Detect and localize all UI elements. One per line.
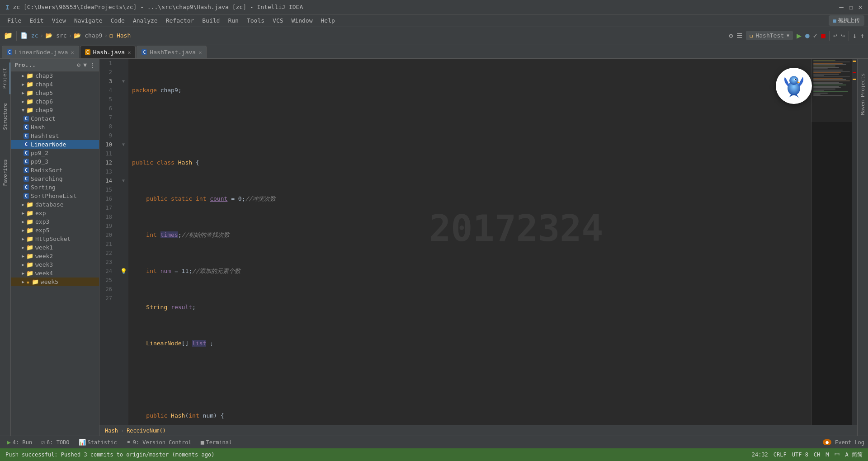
event-log-label[interactable]: Event Log — [835, 439, 864, 446]
code-editor[interactable]: 1 2 3 4 5 6 7 8 9 10 11 12 13 14 15 16 1 — [99, 59, 857, 425]
tree-item-chap9[interactable]: ▼ 📁 chap9 — [11, 106, 99, 114]
tab-statistic[interactable]: 📊 Statistic — [75, 438, 121, 447]
menu-window[interactable]: Window — [288, 16, 316, 25]
tree-item-chap5[interactable]: ▶ 📁 chap5 — [11, 89, 99, 97]
favorites-vertical-tab[interactable]: Favorites — [0, 154, 10, 192]
menu-run[interactable]: Run — [224, 16, 242, 25]
debug-button[interactable]: ● — [805, 31, 810, 40]
tab-version-control-label: 9: Version Control — [133, 439, 192, 446]
toolbar-icon-1[interactable]: ⚙ — [729, 32, 733, 40]
left-icon-panel: Project Structure Favorites — [0, 59, 11, 436]
class-icon-radixsort: C — [24, 167, 29, 173]
tree-label-chap6: chap6 — [35, 98, 53, 105]
sidebar-icon-3[interactable]: ⋮ — [90, 61, 95, 68]
tree-item-pp9-3[interactable]: C pp9_3 — [11, 157, 99, 166]
tree-item-contact[interactable]: C Contact — [11, 114, 99, 123]
tree-label-chap9: chap9 — [35, 107, 53, 113]
breadcrumb-zc[interactable]: 📄 zc — [20, 32, 38, 39]
tree-item-chap3[interactable]: ▶ 📁 chap3 — [11, 71, 99, 80]
breadcrumb-method[interactable]: ReceiveNum() — [127, 428, 166, 434]
tree-item-searching[interactable]: C Searching — [11, 174, 99, 183]
tree-item-linearnode[interactable]: C LinearNode — [11, 140, 99, 149]
menu-navigate[interactable]: Navigate — [71, 16, 106, 25]
tree-item-week1[interactable]: ▶ 📁 week1 — [11, 243, 99, 252]
menu-edit[interactable]: Edit — [26, 16, 47, 25]
code-line-5: int times;//初始的查找次数 — [132, 230, 807, 240]
tab-hashtest-close[interactable]: ✕ — [198, 49, 202, 56]
breadcrumb-class[interactable]: Hash — [105, 428, 118, 434]
tab-linearnode[interactable]: C LinearNode.java ✕ — [2, 46, 79, 58]
status-encoding[interactable]: UTF-8 — [792, 452, 808, 458]
structure-vertical-tab[interactable]: Structure — [0, 98, 10, 136]
maximize-button[interactable]: ☐ — [849, 4, 853, 11]
tab-todo[interactable]: ☑ 6: TODO — [38, 438, 73, 447]
bulb-icon[interactable]: 💡 — [120, 268, 127, 274]
run-button[interactable]: ▶ — [797, 31, 802, 40]
folder-arrow-chap4: ▶ — [22, 82, 24, 87]
tree-label-pp9-2: pp9_2 — [31, 150, 48, 156]
menu-help[interactable]: Help — [317, 16, 339, 25]
tree-item-httpsocket[interactable]: ▶ 📁 HttpSocket — [11, 235, 99, 243]
menu-tools[interactable]: Tools — [243, 16, 268, 25]
minimize-button[interactable]: — — [839, 3, 844, 11]
statistic-icon: 📊 — [79, 439, 86, 446]
redo-button[interactable]: ↪ — [841, 32, 845, 40]
tree-item-hash[interactable]: C Hash — [11, 123, 99, 132]
tree-item-hashtest[interactable]: C HashTest — [11, 132, 99, 140]
breadcrumb-src[interactable]: 📂 src — [45, 32, 66, 39]
tree-item-database[interactable]: ▶ 📁 database — [11, 200, 99, 209]
tab-hash[interactable]: C Hash.java ✕ — [80, 46, 136, 58]
code-line-2 — [132, 122, 807, 131]
tree-label-week4: week4 — [35, 270, 53, 277]
vcs-commit-button[interactable]: ↑ — [860, 32, 864, 40]
menu-vcs[interactable]: VCS — [269, 16, 287, 25]
tree-item-sortphonelist[interactable]: C SortPhoneList — [11, 192, 99, 200]
breadcrumb-hash[interactable]: ◻ Hash — [109, 32, 131, 39]
code-lines[interactable]: package chap9; public class Hash { publi… — [128, 59, 811, 425]
tab-run[interactable]: ▶ 4: Run — [4, 438, 36, 447]
tree-item-week2[interactable]: ▶ 📁 week2 — [11, 252, 99, 260]
folder-arrow-chap6: ▶ — [22, 99, 24, 104]
tree-item-exp5[interactable]: ▶ 📁 exp5 — [11, 226, 99, 235]
tab-hash-close[interactable]: ✕ — [127, 49, 131, 56]
menu-refactor[interactable]: Refactor — [162, 16, 198, 25]
stop-button[interactable]: ■ — [821, 31, 826, 40]
vcs-update-button[interactable]: ↓ — [853, 32, 857, 40]
tab-hashtest[interactable]: C HashTest.java ✕ — [137, 46, 207, 58]
undo-button[interactable]: ↩ — [833, 32, 837, 40]
tab-todo-label: 6: TODO — [47, 439, 70, 446]
code-line-1: package chap9; — [132, 86, 807, 95]
tab-version-control[interactable]: ⚭ 9: Version Control — [123, 438, 195, 447]
tree-item-sorting[interactable]: C Sorting — [11, 183, 99, 192]
tree-item-week3[interactable]: ▶ 📁 week3 — [11, 260, 99, 269]
coverage-button[interactable]: ✓ — [813, 31, 818, 40]
menu-code[interactable]: Code — [107, 16, 128, 25]
maven-projects-tab[interactable]: Maven Projects — [858, 68, 868, 121]
tree-item-exp3[interactable]: ▶ 📁 exp3 — [11, 217, 99, 226]
menu-file[interactable]: File — [4, 16, 25, 25]
terminal-icon: ■ — [201, 439, 204, 446]
tab-terminal[interactable]: ■ Terminal — [197, 438, 236, 447]
class-icon-sorting: C — [24, 184, 29, 190]
sidebar-icon-1[interactable]: ⚙ — [77, 61, 80, 68]
tree-item-week5[interactable]: ▶ ★ 📁 week5 — [11, 278, 99, 286]
tree-item-radixsort[interactable]: C RadixSort — [11, 166, 99, 174]
tab-linearnode-close[interactable]: ✕ — [71, 49, 74, 56]
tree-item-chap4[interactable]: ▶ 📁 chap4 — [11, 80, 99, 89]
breadcrumb-chap9[interactable]: 📂 chap9 — [74, 32, 102, 39]
sidebar-icon-2[interactable]: ▼ — [83, 61, 87, 68]
close-button[interactable]: ✕ — [858, 3, 863, 11]
tree-item-exp[interactable]: ▶ 📁 exp — [11, 209, 99, 217]
status-line-col[interactable]: 24:32 — [752, 452, 768, 458]
menu-build[interactable]: Build — [198, 16, 223, 25]
run-config-selector[interactable]: ◻ HashTest ▼ — [746, 31, 793, 40]
plugin-upload-button[interactable]: ■ 拖拽上传 — [829, 15, 864, 26]
menu-analyze[interactable]: Analyze — [129, 16, 161, 25]
status-line-ending[interactable]: CRLF — [774, 452, 787, 458]
project-vertical-tab[interactable]: Project — [0, 62, 10, 94]
tree-item-week4[interactable]: ▶ 📁 week4 — [11, 269, 99, 278]
toolbar-icon-2[interactable]: ☰ — [736, 32, 742, 40]
tree-item-pp9-2[interactable]: C pp9_2 — [11, 149, 99, 157]
tree-item-chap6[interactable]: ▶ 📁 chap6 — [11, 97, 99, 106]
menu-view[interactable]: View — [48, 16, 70, 25]
